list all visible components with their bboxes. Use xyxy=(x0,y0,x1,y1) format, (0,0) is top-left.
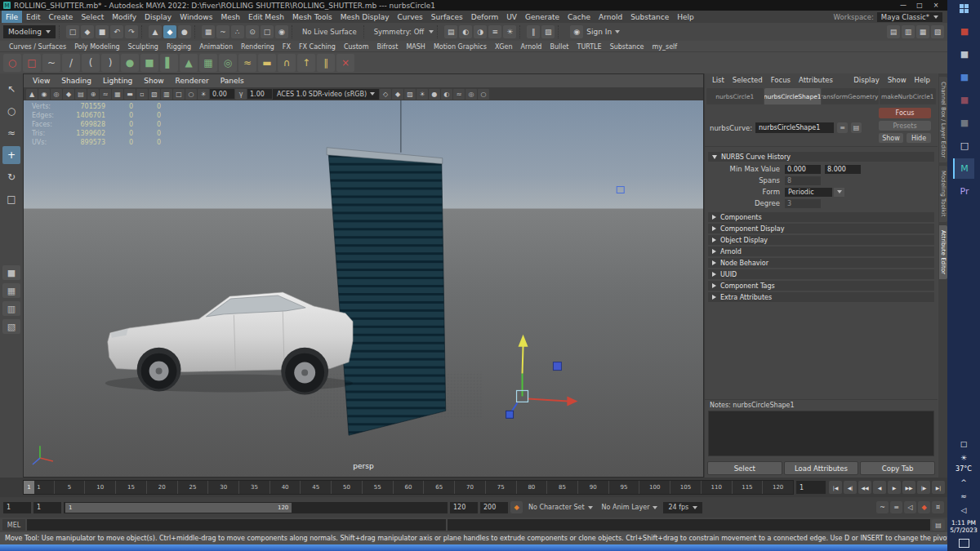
collapsed-section-header[interactable]: Component Display xyxy=(708,224,934,233)
shelf-tab[interactable]: Motion Graphics xyxy=(430,42,491,51)
hidden-icons-chevron[interactable]: ^ xyxy=(954,475,973,489)
shelf-tab[interactable]: Poly Modeling xyxy=(70,42,123,51)
birail-icon[interactable]: ∥ xyxy=(317,54,335,72)
gamma-field[interactable]: 1.00 xyxy=(247,89,272,99)
drag-handle-icon[interactable]: ≡ xyxy=(837,122,848,133)
revolve-icon[interactable]: ∩ xyxy=(278,54,296,72)
attribute-editor-menu-item[interactable]: Help xyxy=(911,76,934,84)
taskbar-app-4-icon[interactable]: ■ xyxy=(953,90,974,110)
menu-item[interactable]: Mesh xyxy=(216,11,244,23)
select-hierarchy-icon[interactable]: ▲ xyxy=(149,25,162,38)
toggle-attribute-editor-icon[interactable]: ▦ xyxy=(916,25,929,38)
taskbar-app-5-icon[interactable]: ■ xyxy=(953,113,974,133)
volume-icon[interactable]: ◁ xyxy=(954,503,973,517)
bookmark-icon[interactable]: ◆ xyxy=(510,501,523,513)
rotate-tool[interactable]: ↻ xyxy=(2,168,20,186)
delete-history-icon[interactable]: × xyxy=(336,54,354,72)
panel-menu-item[interactable]: Renderer xyxy=(170,74,215,87)
menu-item[interactable]: Arnold xyxy=(595,11,626,23)
ipr-render-icon[interactable]: ◑ xyxy=(474,25,487,38)
menu-item[interactable]: Display xyxy=(140,11,176,23)
mute-icon[interactable]: ◁ xyxy=(904,501,916,513)
node-tab[interactable]: nurbsCircleShape1 xyxy=(764,88,822,104)
render-settings-icon[interactable]: ≡ xyxy=(488,25,501,38)
taskbar-app-1-icon[interactable]: ■ xyxy=(953,21,974,42)
move-manipulator[interactable] xyxy=(506,335,578,419)
network-icon[interactable]: ≈ xyxy=(954,489,973,503)
weather-icon[interactable]: ☀ xyxy=(954,451,973,464)
menu-item[interactable]: Substance xyxy=(626,11,673,23)
snap-curve-icon[interactable]: ~ xyxy=(216,25,229,38)
max-value-field[interactable]: 8.000 xyxy=(825,165,861,174)
select-object-icon[interactable]: ◆ xyxy=(163,25,176,38)
start-button[interactable] xyxy=(960,4,969,13)
command-input[interactable] xyxy=(27,519,446,531)
form-dropdown-arrow[interactable] xyxy=(834,188,844,197)
shelf-tab[interactable]: MASH xyxy=(402,42,429,51)
footer-button[interactable]: Load Attributes xyxy=(784,461,859,475)
step-back-frame-button[interactable]: ◀| xyxy=(844,481,857,494)
pencil-curve-icon[interactable]: / xyxy=(62,54,80,72)
extrude-icon[interactable]: ↑ xyxy=(297,54,315,72)
anim-preferences-icon[interactable]: ¤ xyxy=(932,501,944,513)
manipulator-x-arrow[interactable] xyxy=(567,396,577,406)
film-gate-icon[interactable]: ▬ xyxy=(124,89,136,100)
step-forward-key-button[interactable]: ▶▶ xyxy=(902,481,915,494)
gate-mask-icon[interactable]: ▧ xyxy=(149,89,160,100)
menu-item[interactable]: Mesh Display xyxy=(336,11,394,23)
wireframe-mode-icon[interactable]: ◇ xyxy=(380,89,391,100)
textured-mode-icon[interactable]: ▨ xyxy=(404,89,416,100)
attribute-editor-menu-item[interactable]: Focus xyxy=(767,76,795,84)
collapsed-section-header[interactable]: Extra Attributes xyxy=(708,292,934,302)
pan-zoom-icon[interactable]: ⊕ xyxy=(87,89,99,100)
locator-object[interactable] xyxy=(617,187,624,193)
step-back-key-button[interactable]: ◀◀ xyxy=(858,481,871,494)
presets-button[interactable]: Presets xyxy=(879,121,931,131)
resolution-gate-icon[interactable]: ▫ xyxy=(136,89,148,100)
render-view-icon[interactable]: ▤ xyxy=(444,25,457,38)
menu-item[interactable]: Edit Mesh xyxy=(244,11,288,23)
attribute-editor-menu-item[interactable]: Selected xyxy=(728,76,767,84)
open-scene-icon[interactable]: ◆ xyxy=(81,25,94,38)
symmetry-dropdown[interactable]: Symmetry: Off xyxy=(371,28,428,36)
panel-menu-item[interactable]: Shading xyxy=(56,74,97,87)
shelf-tab[interactable]: Rigging xyxy=(163,42,195,51)
animation-start-field[interactable]: 1 xyxy=(3,502,31,513)
collapsed-section-header[interactable]: Node Behavior xyxy=(708,258,934,268)
shelf-tab[interactable]: XGen xyxy=(491,42,517,51)
minimize-button[interactable]: — xyxy=(895,0,911,11)
history-section-header[interactable]: NURBS Curve History xyxy=(708,152,934,162)
current-time-field[interactable]: 1 xyxy=(796,481,826,494)
menu-item[interactable]: Cache xyxy=(564,11,595,23)
snap-projected-center-icon[interactable]: ⊙ xyxy=(246,25,259,38)
character-set-dropdown[interactable]: No Character Set xyxy=(525,504,596,511)
collapsed-section-header[interactable]: UUID xyxy=(708,269,934,279)
use-all-lights-icon[interactable]: ☀ xyxy=(416,89,428,100)
view-axis-gizmo[interactable] xyxy=(33,446,53,464)
shelf-tab[interactable]: Bullet xyxy=(546,42,572,51)
grid-toggle-icon[interactable]: ▦ xyxy=(112,89,123,100)
nurbs-square-icon[interactable]: □ xyxy=(23,54,41,72)
menu-item[interactable]: Curves xyxy=(394,11,427,23)
single-pane-layout-button[interactable]: ■ xyxy=(2,265,20,280)
snap-grid-icon[interactable]: ▦ xyxy=(202,25,215,38)
motion-blur-icon[interactable]: ≈ xyxy=(453,89,465,100)
menu-set-dropdown[interactable]: Modeling xyxy=(3,25,56,38)
tray-app-icon[interactable]: □ xyxy=(954,437,973,451)
toggle-modeling-toolkit-icon[interactable]: ▤ xyxy=(887,25,900,38)
nurbs-plane-icon[interactable]: ▦ xyxy=(199,54,217,72)
focus-button[interactable]: Focus xyxy=(879,108,931,118)
panel-menu-item[interactable]: View xyxy=(27,74,56,87)
bookmarks-icon[interactable]: ◆ xyxy=(63,89,74,100)
notes-textarea[interactable] xyxy=(708,411,934,456)
maximize-button[interactable]: □ xyxy=(911,0,928,11)
panel-menu-item[interactable]: Lighting xyxy=(97,74,138,87)
no-live-surface-label[interactable]: No Live Surface xyxy=(299,28,360,36)
save-scene-icon[interactable]: ■ xyxy=(96,25,109,38)
ep-curve-icon[interactable]: ~ xyxy=(42,54,60,72)
safe-action-icon[interactable]: ▥ xyxy=(161,89,172,100)
sign-in-button[interactable]: ◉ Sign In xyxy=(565,25,625,38)
snap-point-icon[interactable]: ∴ xyxy=(231,25,244,38)
shelf-tab[interactable]: Rendering xyxy=(237,42,278,51)
car-object[interactable] xyxy=(105,292,353,394)
